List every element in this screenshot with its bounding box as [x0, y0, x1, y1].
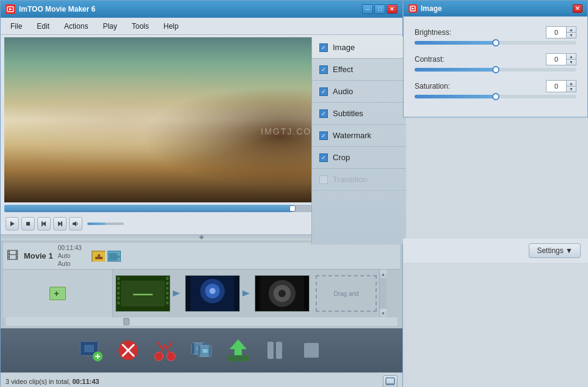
- saturation-slider[interactable]: [415, 95, 576, 98]
- hscroll-thumb[interactable]: [123, 318, 129, 325]
- clip-arrow-2: [241, 281, 253, 306]
- svg-rect-55: [97, 354, 98, 359]
- saturation-value[interactable]: 0 ▲ ▼: [546, 80, 576, 92]
- contrast-slider-thumb[interactable]: [492, 66, 499, 73]
- svg-marker-74: [230, 339, 247, 355]
- props-item-crop[interactable]: ✓ Crop: [312, 147, 406, 169]
- image-title-bar: Image ✕: [404, 1, 587, 17]
- props-label-watermark: Watermark: [333, 131, 371, 140]
- props-checkbox-effect[interactable]: ✓: [319, 65, 328, 74]
- pause-button[interactable]: [259, 334, 291, 366]
- brightness-down[interactable]: ▼: [567, 33, 576, 39]
- saturation-slider-fill: [415, 95, 496, 98]
- volume-slider[interactable]: [87, 223, 124, 225]
- saturation-spinner[interactable]: ▲ ▼: [566, 81, 576, 92]
- props-label-crop: Crop: [333, 153, 350, 162]
- image-content: Brightness: 0 ▲ ▼ Contrast: 0: [404, 17, 587, 117]
- svg-rect-75: [267, 342, 274, 359]
- menu-actions[interactable]: Actions: [57, 20, 95, 33]
- image-close-button[interactable]: ✕: [573, 4, 583, 13]
- timeline-vscroll[interactable]: ▲ ▼: [379, 270, 387, 317]
- contrast-down[interactable]: ▼: [567, 60, 576, 65]
- svg-marker-34: [173, 290, 180, 297]
- props-item-subtitles[interactable]: ✓ Subtitles: [312, 103, 406, 125]
- volume-button[interactable]: [69, 217, 82, 230]
- add-track-button[interactable]: +: [49, 287, 65, 300]
- props-item-transition[interactable]: Transition: [312, 169, 406, 191]
- next-button[interactable]: [53, 217, 67, 230]
- svg-rect-7: [61, 221, 62, 226]
- contrast-up[interactable]: ▲: [567, 54, 576, 60]
- timeline-clips: ▬▬▬▬: [113, 270, 379, 317]
- restore-button[interactable]: □: [374, 4, 385, 14]
- clip-1[interactable]: ▬▬▬▬: [115, 275, 170, 312]
- props-item-audio[interactable]: ✓ Audio: [312, 81, 406, 103]
- movie-auto2: Auto: [58, 260, 82, 267]
- saturation-down[interactable]: ▼: [567, 87, 576, 92]
- props-checkbox-audio[interactable]: ✓: [319, 87, 328, 96]
- status-bar: 3 video clip(s) in total, 00:11:43: [1, 372, 402, 387]
- svg-rect-39: [186, 276, 191, 311]
- status-export-icon[interactable]: [383, 375, 397, 388]
- props-item-image[interactable]: ✓ Image: [312, 37, 406, 59]
- brightness-up[interactable]: ▲: [567, 27, 576, 33]
- contrast-slider[interactable]: [415, 68, 576, 72]
- export-button[interactable]: [222, 334, 254, 366]
- brightness-value[interactable]: 0 ▲ ▼: [546, 26, 576, 39]
- stop-button[interactable]: [21, 217, 35, 230]
- menu-file[interactable]: File: [3, 20, 29, 33]
- seekbar-thumb[interactable]: [289, 205, 296, 212]
- stop-render-button[interactable]: [296, 334, 327, 366]
- cut-button[interactable]: [149, 334, 181, 366]
- settings-btn-area: Settings ▼: [403, 238, 588, 263]
- props-item-watermark[interactable]: ✓ Watermark: [312, 125, 406, 147]
- svg-marker-41: [242, 290, 250, 297]
- timeline-hscroll[interactable]: [5, 317, 397, 326]
- timeline-area: 🎞 Movie 1 00:11:43 Auto Auto +: [1, 240, 402, 328]
- delete-button[interactable]: [112, 334, 144, 366]
- props-checkbox-transition[interactable]: [319, 175, 328, 184]
- svg-rect-27: [166, 277, 169, 280]
- menu-tools[interactable]: Tools: [125, 20, 156, 33]
- close-button[interactable]: ✕: [387, 4, 397, 14]
- svg-rect-24: [117, 292, 120, 295]
- brightness-slider-fill: [415, 41, 496, 45]
- clip-2[interactable]: [185, 275, 240, 312]
- copy-button[interactable]: [186, 334, 217, 366]
- svg-rect-22: [117, 282, 120, 285]
- prev-button[interactable]: [37, 217, 51, 230]
- saturation-up[interactable]: ▲: [567, 81, 576, 87]
- props-checkbox-image[interactable]: ✓: [319, 43, 328, 52]
- brightness-label: Brightness:: [415, 28, 546, 37]
- svg-rect-72: [203, 349, 208, 353]
- minimize-button[interactable]: ─: [362, 4, 373, 14]
- clip-3[interactable]: [255, 275, 310, 312]
- saturation-setting: Saturation: 0 ▲ ▼: [415, 80, 576, 98]
- props-checkbox-subtitles[interactable]: ✓: [319, 109, 328, 118]
- props-checkbox-crop[interactable]: ✓: [319, 153, 328, 162]
- play-button[interactable]: [5, 217, 19, 230]
- svg-rect-40: [234, 276, 239, 311]
- svg-rect-28: [166, 282, 169, 285]
- contrast-value[interactable]: 0 ▲ ▼: [546, 53, 576, 65]
- add-video-btn[interactable]: [107, 251, 121, 262]
- contrast-spinner[interactable]: ▲ ▼: [566, 54, 576, 65]
- brightness-spinner[interactable]: ▲ ▼: [566, 27, 576, 38]
- drag-drop-zone[interactable]: Drag and: [316, 275, 377, 312]
- menu-play[interactable]: Play: [95, 20, 124, 33]
- brightness-slider-thumb[interactable]: [492, 39, 499, 46]
- settings-button[interactable]: Settings ▼: [529, 243, 581, 258]
- menu-help[interactable]: Help: [156, 20, 186, 33]
- svg-rect-25: [117, 297, 120, 300]
- svg-rect-76: [276, 342, 282, 359]
- svg-rect-14: [109, 253, 117, 260]
- props-item-effect[interactable]: ✓ Effect: [312, 59, 406, 81]
- add-image-btn[interactable]: [92, 251, 105, 262]
- brightness-slider[interactable]: [415, 41, 576, 45]
- props-label-transition: Transition: [333, 175, 368, 184]
- saturation-slider-thumb[interactable]: [492, 93, 499, 100]
- menu-edit[interactable]: Edit: [29, 20, 57, 33]
- add-video-button[interactable]: [76, 334, 107, 366]
- props-checkbox-watermark[interactable]: ✓: [319, 131, 328, 140]
- svg-rect-77: [304, 343, 319, 358]
